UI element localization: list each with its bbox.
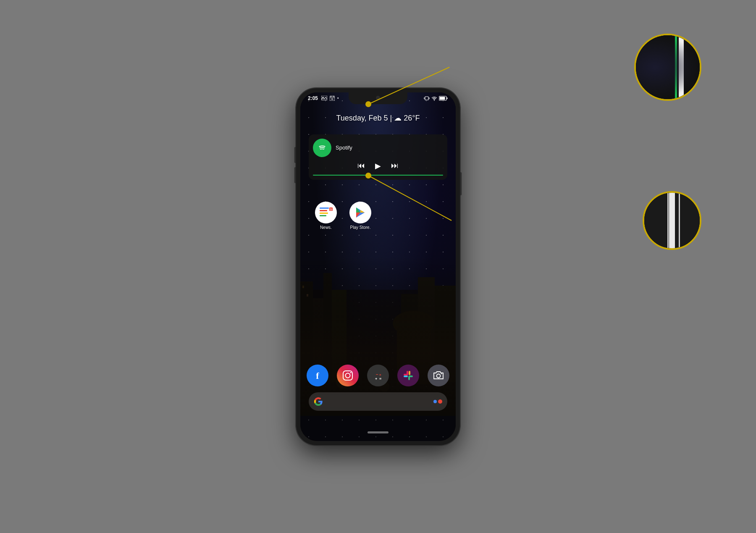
status-left: 2:05 31 • bbox=[308, 95, 339, 101]
volume-down-button[interactable] bbox=[294, 167, 296, 183]
play-store-svg bbox=[352, 204, 369, 221]
svg-point-26 bbox=[434, 100, 435, 101]
power-button[interactable] bbox=[460, 172, 462, 195]
play-store-icon[interactable] bbox=[349, 202, 371, 223]
svg-rect-15 bbox=[300, 256, 456, 416]
play-store-app[interactable]: Play Store. bbox=[349, 202, 371, 230]
svg-point-59 bbox=[437, 374, 441, 378]
facebook-icon[interactable]: f bbox=[307, 365, 328, 386]
google-news-app[interactable]: G News. bbox=[315, 202, 337, 230]
svg-point-46 bbox=[346, 373, 350, 378]
screen-content: 2:05 31 • bbox=[300, 92, 456, 441]
google-dots bbox=[433, 399, 442, 404]
svg-text:+: + bbox=[375, 377, 377, 381]
camera-icon[interactable] bbox=[428, 365, 449, 386]
phone-screen: 2:05 31 • bbox=[300, 92, 456, 441]
home-indicator bbox=[368, 431, 388, 433]
zoom-top-content bbox=[636, 35, 700, 99]
date-widget: Tuesday, Feb 5 | ☁ 26°F bbox=[300, 113, 456, 123]
zoom-bottom-content bbox=[644, 193, 700, 248]
spotify-info: Spotify bbox=[336, 144, 443, 151]
dock-row: f − bbox=[300, 365, 456, 386]
vibrate-icon bbox=[424, 96, 430, 101]
zoom-circle-top bbox=[634, 34, 701, 101]
next-button[interactable]: ⏭ bbox=[391, 161, 399, 170]
spotify-controls[interactable]: ⏮ ▶ ⏭ bbox=[313, 160, 443, 172]
google-search-bar[interactable] bbox=[309, 392, 447, 411]
spotify-app-name: Spotify bbox=[336, 144, 443, 151]
play-button[interactable]: ▶ bbox=[375, 161, 381, 171]
news-label: News. bbox=[320, 225, 332, 230]
zoom-circle-bottom bbox=[643, 191, 701, 250]
status-dot: • bbox=[337, 96, 339, 100]
wifi-icon bbox=[431, 96, 437, 101]
svg-text:−: − bbox=[376, 372, 378, 377]
status-bar: 2:05 31 • bbox=[300, 92, 456, 104]
app-icons-row: G News. bbox=[315, 202, 371, 230]
svg-text:×: × bbox=[379, 373, 381, 377]
play-store-label: Play Store. bbox=[350, 225, 371, 230]
calculator-icon[interactable]: − × + = bbox=[367, 365, 389, 386]
svg-rect-33 bbox=[320, 210, 327, 211]
prev-button[interactable]: ⏮ bbox=[357, 161, 365, 170]
slack-icon[interactable] bbox=[397, 365, 419, 386]
spotify-logo bbox=[317, 142, 328, 153]
volume-up-button[interactable] bbox=[294, 147, 296, 163]
phone-mockup: 2:05 31 • bbox=[296, 88, 460, 445]
svg-rect-23 bbox=[425, 97, 428, 100]
svg-rect-35 bbox=[320, 215, 326, 216]
calc-svg: − × + = bbox=[372, 369, 384, 382]
svg-rect-58 bbox=[404, 375, 408, 377]
camera-svg bbox=[433, 370, 444, 381]
google-news-icon[interactable]: G bbox=[315, 202, 337, 223]
spotify-top: Spotify bbox=[313, 139, 443, 157]
svg-rect-56 bbox=[409, 375, 413, 377]
svg-text:=: = bbox=[379, 377, 381, 381]
google-g-icon bbox=[314, 397, 323, 406]
fb-svg: f bbox=[311, 369, 324, 382]
svg-point-30 bbox=[317, 143, 327, 153]
spotify-widget[interactable]: Spotify ⏮ ▶ ⏭ bbox=[309, 134, 447, 180]
svg-point-48 bbox=[350, 371, 351, 372]
spotify-progress bbox=[313, 175, 443, 176]
svg-rect-57 bbox=[409, 371, 410, 375]
svg-rect-28 bbox=[447, 97, 448, 99]
nav-bar bbox=[300, 416, 456, 441]
svg-point-60 bbox=[441, 373, 442, 374]
phone-body: 2:05 31 • bbox=[296, 88, 460, 445]
status-time: 2:05 bbox=[308, 95, 318, 101]
svg-text:f: f bbox=[316, 370, 319, 381]
city-svg bbox=[300, 256, 456, 416]
date-text: Tuesday, Feb 5 | ☁ 26°F bbox=[336, 114, 420, 122]
news-svg: G bbox=[318, 204, 334, 221]
dot-blue bbox=[433, 400, 437, 403]
slack-svg bbox=[402, 370, 414, 381]
svg-text:31: 31 bbox=[331, 97, 333, 100]
instagram-icon[interactable] bbox=[337, 365, 359, 386]
ig-svg bbox=[341, 369, 354, 382]
spotify-icon bbox=[313, 139, 331, 157]
svg-rect-29 bbox=[440, 97, 445, 100]
gallery-icon bbox=[321, 96, 327, 101]
svg-text:G: G bbox=[330, 208, 332, 211]
svg-rect-32 bbox=[320, 207, 329, 209]
calendar-icon: 31 bbox=[330, 96, 335, 101]
battery-icon bbox=[439, 96, 448, 101]
dot-red bbox=[438, 399, 442, 404]
svg-rect-34 bbox=[320, 213, 328, 214]
svg-rect-54 bbox=[404, 374, 408, 375]
status-right bbox=[424, 96, 448, 101]
